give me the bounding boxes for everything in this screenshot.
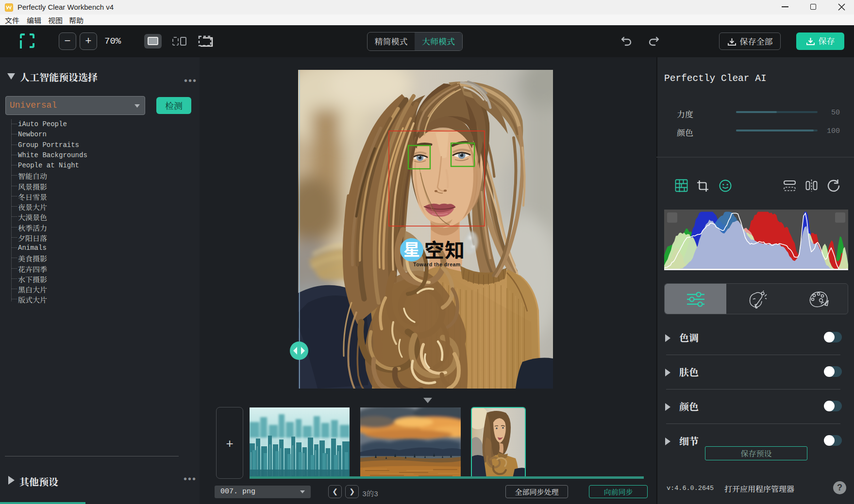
svg-text:空知: 空知 <box>424 234 465 263</box>
svg-text:星: 星 <box>403 237 420 260</box>
svg-text:Toward the dream: Toward the dream <box>413 261 461 267</box>
